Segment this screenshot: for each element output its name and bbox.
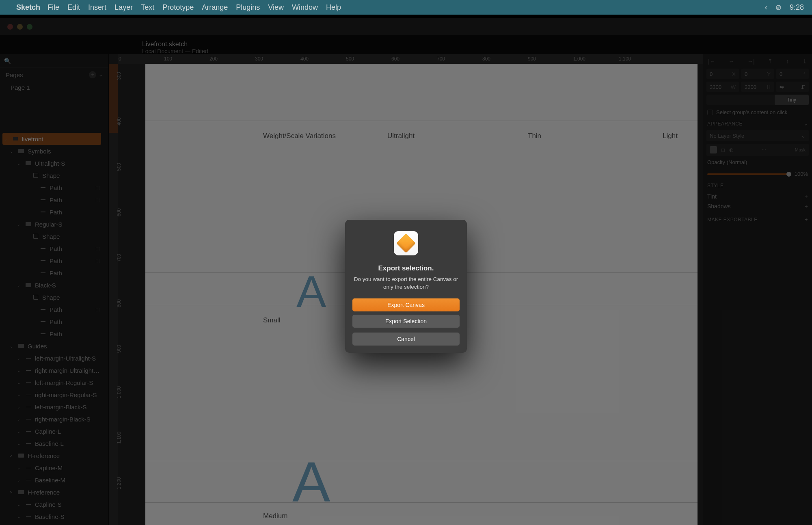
menu-layer[interactable]: Layer [114, 3, 133, 12]
menu-edit[interactable]: Edit [67, 3, 80, 12]
export-dialog: Export selection. Do you want to export … [345, 220, 467, 353]
app-name[interactable]: Sketch [16, 3, 40, 12]
dialog-description: Do you want to export the entire Canvas … [352, 276, 460, 291]
menu-window[interactable]: Window [292, 3, 318, 12]
menu-file[interactable]: File [48, 3, 59, 12]
menu-prototype[interactable]: Prototype [162, 3, 194, 12]
clock[interactable]: 9:28 [790, 3, 804, 12]
export-canvas-button[interactable]: Export Canvas [352, 298, 460, 311]
app-window: Livefront.sketch Local Document — Edited… [0, 18, 812, 525]
cancel-button[interactable]: Cancel [352, 333, 460, 346]
menubar: Sketch File Edit Insert Layer Text Proto… [0, 0, 812, 15]
menu-arrange[interactable]: Arrange [202, 3, 228, 12]
control-center-icon[interactable]: ⎚ [776, 3, 781, 12]
export-selection-button[interactable]: Export Selection [352, 315, 460, 328]
menu-view[interactable]: View [268, 3, 284, 12]
sketch-app-icon [394, 231, 418, 255]
menu-insert[interactable]: Insert [88, 3, 106, 12]
back-icon[interactable]: ‹ [765, 3, 767, 12]
menu-text[interactable]: Text [141, 3, 154, 12]
menu-plugins[interactable]: Plugins [236, 3, 260, 12]
dialog-title: Export selection. [352, 264, 460, 272]
menu-help[interactable]: Help [326, 3, 341, 12]
